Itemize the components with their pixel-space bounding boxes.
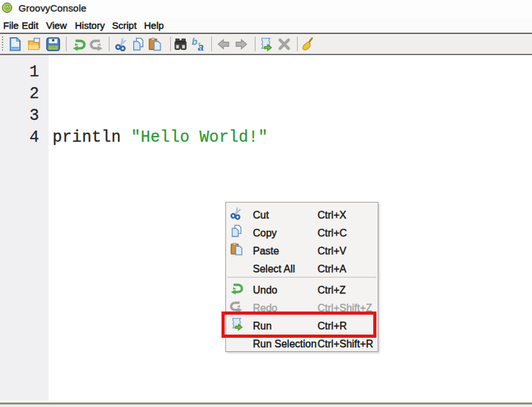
svg-text:a: a: [198, 41, 204, 51]
svg-text:b: b: [192, 37, 198, 47]
